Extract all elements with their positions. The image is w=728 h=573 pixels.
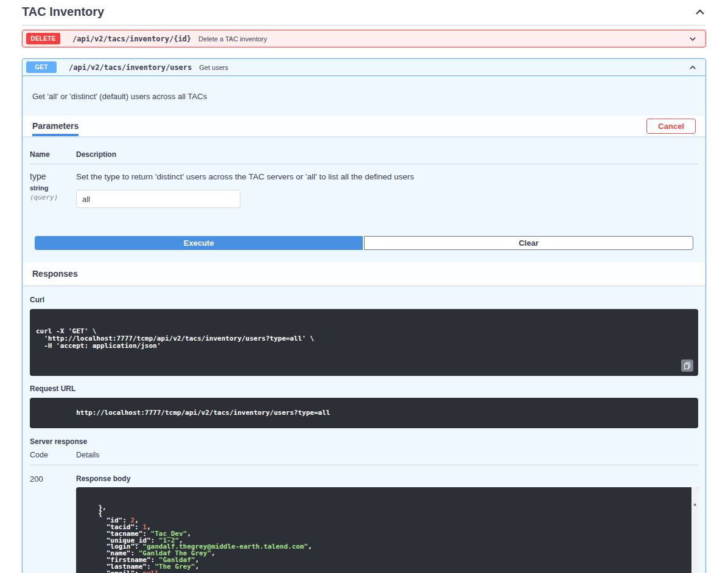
parameter-type: string — [30, 184, 76, 192]
request-url-text: http://localhost:7777/tcmp/api/v2/tacs/i… — [76, 409, 330, 417]
response-body-block: }, { "id": 2, "tacid": 1, "tacname": "Ta… — [76, 487, 698, 573]
parameter-name: type — [30, 172, 76, 181]
column-header-description: Description — [76, 150, 698, 159]
response-body-scrollbar[interactable]: ▲ — [691, 487, 698, 573]
delete-endpoint-description: Delete a TAC inventory — [198, 35, 267, 43]
cancel-button[interactable]: Cancel — [646, 119, 696, 134]
response-row-200: 200 Response body }, { "id": 2, "tacid":… — [30, 465, 698, 573]
column-header-code: Code — [30, 451, 76, 459]
curl-label: Curl — [30, 296, 698, 304]
get-endpoint-path: /api/v2/tacs/inventory/users — [69, 63, 192, 72]
chevron-down-icon[interactable] — [684, 35, 702, 43]
parameters-table: Name Description type string (query) Set… — [23, 137, 705, 223]
chevron-up-icon[interactable] — [694, 6, 706, 18]
responses-title: Responses — [32, 269, 78, 279]
status-code: 200 — [30, 474, 76, 573]
delete-method-badge: DELETE — [26, 33, 60, 44]
type-parameter-input[interactable] — [76, 190, 240, 208]
delete-endpoint-path: /api/v2/tacs/inventory/{id} — [72, 35, 191, 43]
get-method-badge: GET — [26, 61, 57, 73]
response-body-label: Response body — [76, 474, 698, 483]
response-table-header: Code Details — [30, 451, 698, 465]
tab-parameters[interactable]: Parameters — [32, 116, 79, 136]
column-header-details: Details — [76, 451, 698, 459]
curl-command-text: curl -X 'GET' \ 'http://localhost:7777/t… — [36, 328, 692, 350]
parameters-header-bar: Parameters Cancel — [23, 116, 705, 137]
tag-section-header[interactable]: TAC Inventory — [22, 1, 706, 26]
request-url-block: http://localhost:7777/tcmp/api/v2/tacs/i… — [30, 398, 698, 428]
delete-endpoint-summary[interactable]: DELETE /api/v2/tacs/inventory/{id} Delet… — [23, 30, 705, 47]
clear-button[interactable]: Clear — [364, 236, 693, 250]
execute-button[interactable]: Execute — [35, 236, 363, 250]
endpoint-delete-tac-inventory: DELETE /api/v2/tacs/inventory/{id} Delet… — [22, 30, 706, 47]
get-endpoint-description: Get users — [199, 64, 228, 71]
chevron-up-icon[interactable] — [684, 63, 702, 72]
column-header-name: Name — [30, 150, 76, 159]
parameter-location: (query) — [30, 193, 76, 201]
response-body-text: }, { "id": 2, "tacid": 1, "tacname": "Ta… — [82, 505, 686, 573]
swagger-page: TAC Inventory DELETE /api/v2/tacs/invent… — [0, 0, 728, 573]
copy-icon[interactable] — [681, 359, 693, 372]
section-title: TAC Inventory — [22, 5, 104, 19]
curl-command-block: curl -X 'GET' \ 'http://localhost:7777/t… — [30, 309, 698, 376]
get-endpoint-summary[interactable]: GET /api/v2/tacs/inventory/users Get use… — [23, 59, 705, 76]
request-url-label: Request URL — [30, 384, 698, 393]
operation-description: Get 'all' or 'distinct' (default) users … — [23, 76, 705, 116]
endpoint-get-inventory-users: GET /api/v2/tacs/inventory/users Get use… — [22, 58, 706, 573]
parameter-row-type: type string (query) Set the type to retu… — [30, 164, 698, 208]
responses-content: Curl curl -X 'GET' \ 'http://localhost:7… — [23, 286, 705, 573]
parameters-table-header: Name Description — [30, 150, 698, 164]
get-endpoint-body: Get 'all' or 'distinct' (default) users … — [23, 76, 705, 573]
execute-button-group: Execute Clear — [23, 223, 705, 262]
responses-header-bar: Responses — [23, 262, 705, 286]
server-response-label: Server response — [30, 437, 698, 446]
parameter-description: Set the type to return 'distinct' users … — [76, 172, 698, 181]
scroll-up-arrow-icon[interactable]: ▲ — [691, 501, 698, 508]
